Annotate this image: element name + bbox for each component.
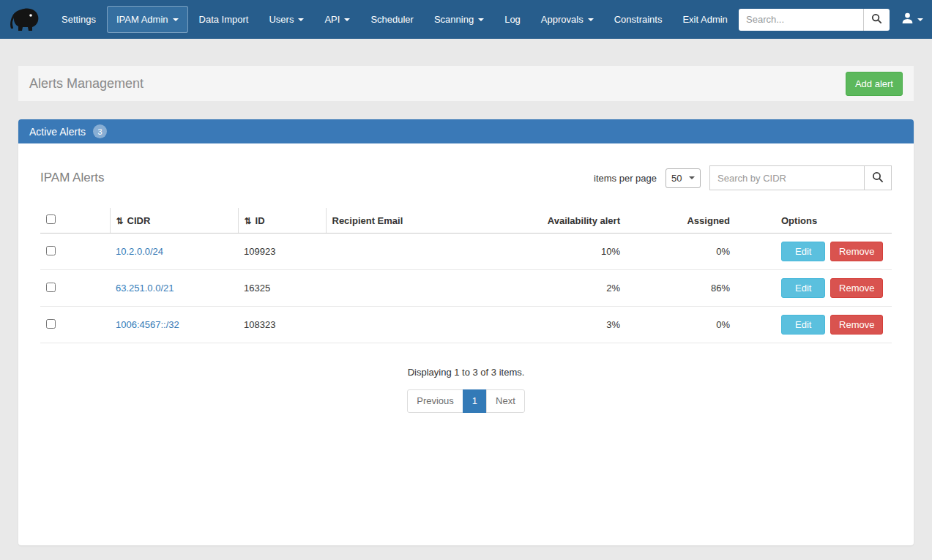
availability-cell: 3% [509,307,626,343]
items-per-page-value: 50 [671,173,682,184]
page-header: Alerts Management Add alert [18,66,914,101]
nav-item-ipam-admin[interactable]: IPAM Admin [107,6,188,33]
caret-down-icon [344,18,350,21]
logo-elephant-icon [9,4,42,35]
nav-label: Data Import [199,14,249,25]
header-options: Options [736,208,892,234]
nav-menu: Settings IPAM Admin Data Import Users AP… [51,6,738,33]
column-label: Recipient Email [332,215,403,226]
page-title: Alerts Management [29,76,143,92]
remove-button[interactable]: Remove [830,315,883,335]
caret-down-icon [173,18,179,21]
column-label: Availability alert [548,215,620,226]
panel-heading: Active Alerts 3 [18,119,914,143]
header-id[interactable]: ⇅ID [238,208,326,234]
select-all-checkbox[interactable] [46,214,56,224]
nav-label: API [324,14,340,25]
nav-label: Exit Admin [682,14,727,25]
items-per-page-label: items per page [594,173,657,184]
navbar-search-input[interactable] [739,9,863,31]
cidr-search-input[interactable] [709,165,865,190]
user-icon [901,12,914,27]
nav-label: Settings [61,14,96,25]
cidr-link[interactable]: 10.2.0.0/24 [116,246,163,257]
nav-label: Log [504,14,521,25]
nav-item-scheduler[interactable]: Scheduler [361,6,423,33]
header-assigned: Assigned [626,208,736,234]
recipient-email-cell [326,307,509,343]
caret-down-icon [917,18,923,21]
nav-label: Users [269,14,294,25]
caret-down-icon [588,18,594,21]
pagination-page-1[interactable]: 1 [463,389,487,413]
nav-item-api[interactable]: API [315,6,359,33]
sort-icon: ⇅ [116,216,124,226]
table-row: 10.2.0.0/24 109923 10% 0% Edit Remove [40,234,892,270]
availability-cell: 10% [509,234,626,270]
header-availability-alert: Availability alert [509,208,626,234]
nav-item-settings[interactable]: Settings [52,6,105,33]
recipient-email-cell [326,234,509,270]
widget-controls: items per page 50 [594,165,892,190]
edit-button[interactable]: Edit [781,315,825,335]
widget-title: IPAM Alerts [40,171,105,185]
pagination-next[interactable]: Next [486,389,525,413]
edit-button[interactable]: Edit [781,278,825,298]
column-label: CIDR [127,215,151,226]
assigned-cell: 0% [626,307,736,343]
pagination-previous[interactable]: Previous [407,389,463,413]
nav-item-scanning[interactable]: Scanning [425,6,493,33]
remove-button[interactable]: Remove [830,278,883,298]
cidr-link[interactable]: 1006:4567::/32 [116,319,179,330]
nav-label: Scheduler [370,14,414,25]
nav-item-log[interactable]: Log [495,6,530,33]
nav-label: IPAM Admin [116,14,168,25]
cidr-search-button[interactable] [864,165,892,190]
items-per-page-select[interactable]: 50 [666,168,701,188]
column-label: Options [781,215,817,226]
alerts-count-badge: 3 [93,124,107,138]
sort-icon: ⇅ [245,216,252,226]
header-select [40,208,110,234]
remove-button[interactable]: Remove [830,242,883,261]
cidr-search-group [709,165,892,190]
nav-item-approvals[interactable]: Approvals [532,6,603,33]
row-checkbox[interactable] [46,319,56,329]
widget-header: IPAM Alerts items per page 50 [29,158,903,208]
table-row: 63.251.0.0/21 16325 2% 86% Edit Remove [40,270,892,307]
cidr-link[interactable]: 63.251.0.0/21 [116,283,174,294]
navbar-right [739,9,923,31]
row-checkbox[interactable] [46,283,56,292]
assigned-cell: 0% [626,234,736,270]
header-cidr[interactable]: ⇅CIDR [110,208,238,234]
panel-title: Active Alerts [29,126,86,138]
header-recipient-email: Recipient Email [326,208,509,234]
nav-item-users[interactable]: Users [259,6,313,33]
nav-item-constraints[interactable]: Constraints [605,6,672,33]
table-header-row: ⇅CIDR ⇅ID Recipient Email Availability a… [40,208,892,234]
table-row: 1006:4567::/32 108323 3% 0% Edit Remove [40,307,892,343]
nav-label: Constraints [614,14,663,25]
results-summary: Displaying 1 to 3 of 3 items. [29,367,903,378]
column-label: Assigned [687,215,730,226]
nav-item-exit-admin[interactable]: Exit Admin [673,6,737,33]
recipient-email-cell [326,270,509,307]
navbar-search-group [739,9,890,31]
navbar-search-button[interactable] [863,9,890,31]
search-icon [872,171,884,185]
caret-down-icon [478,18,484,21]
id-cell: 108323 [238,307,326,343]
id-cell: 16325 [238,270,326,307]
search-icon [871,13,882,26]
caret-down-icon [298,18,304,21]
nav-label: Scanning [434,14,474,25]
panel-body: IPAM Alerts items per page 50 [18,143,914,435]
nav-item-data-import[interactable]: Data Import [190,6,258,33]
add-alert-button[interactable]: Add alert [846,72,903,96]
row-checkbox[interactable] [46,246,56,255]
active-alerts-panel: Active Alerts 3 IPAM Alerts items per pa… [18,119,914,545]
edit-button[interactable]: Edit [781,242,825,261]
user-menu[interactable] [901,12,923,27]
id-cell: 109923 [238,234,326,270]
top-navbar: Settings IPAM Admin Data Import Users AP… [0,0,932,39]
